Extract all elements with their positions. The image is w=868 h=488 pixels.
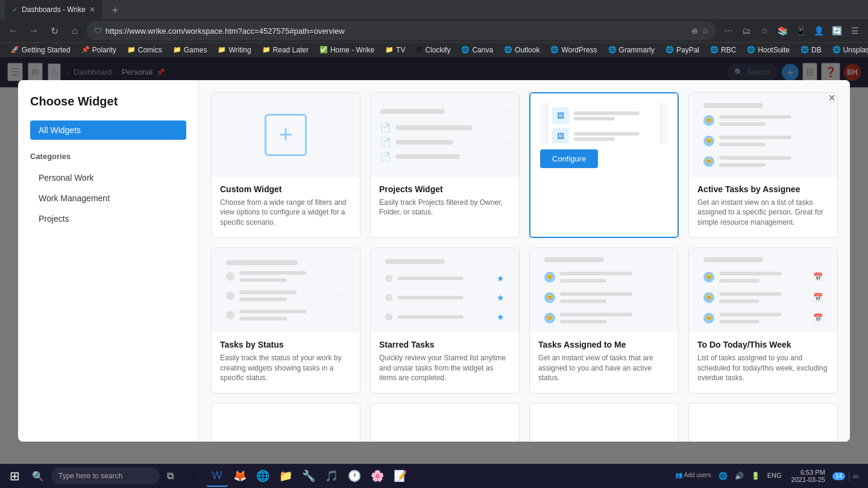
taskbar-app-unknown3[interactable]: 🕐	[344, 465, 365, 487]
tray-volume-icon[interactable]: 🔊	[732, 471, 746, 481]
bookmark-grammarly[interactable]: 🌐 Grammarly	[603, 45, 659, 55]
browser-toolbar: ← → ↻ ⌂ 🛡 https://www.wrike.com/workspac…	[0, 19, 868, 42]
tasks-status-header	[226, 260, 298, 265]
bookmark-writing[interactable]: 📁 Writing	[213, 45, 256, 55]
modal-close-button[interactable]: ×	[823, 90, 840, 107]
task-lines-1	[239, 271, 335, 282]
bookmark-icon[interactable]: ☆	[702, 27, 709, 36]
bookmark-canva[interactable]: 🌐 Canva	[456, 45, 498, 55]
bookmark-unsplash[interactable]: 🌐 Unsplash	[828, 45, 868, 55]
address-bar[interactable]: 🛡 https://www.wrike.com/workspace.htm?ac…	[87, 21, 716, 40]
responsive-icon[interactable]: 📱	[792, 22, 809, 39]
taskbar-app-unknown1[interactable]: 🔧	[298, 465, 319, 487]
widget-card-files[interactable]: 🖼	[529, 92, 679, 238]
bookmark-tv[interactable]: 📁 TV	[380, 45, 410, 55]
bookmark-getting-started[interactable]: 🚀 Getting Started	[6, 45, 75, 55]
taskbar-search-button[interactable]: 🔍	[27, 468, 49, 484]
starred-name: Starred Tasks	[379, 340, 511, 349]
account-icon[interactable]: 👤	[810, 22, 827, 39]
active-tasks-preview: 😊 😊	[689, 93, 837, 177]
taskbar-app-word[interactable]: W	[206, 465, 228, 487]
browser-menu-button[interactable]: ☰	[846, 22, 863, 39]
widget-card-projects[interactable]: ⋯ 📄 ⋯ 📄	[370, 92, 520, 238]
bookmark-outlook[interactable]: 🌐 Outlook	[499, 45, 544, 55]
placeholder-card-4[interactable]	[688, 403, 838, 441]
assigned-me-info: Tasks Assigned to Me Get an instant view…	[530, 333, 678, 393]
bookmark-db[interactable]: 🌐 DB	[796, 45, 826, 55]
tab-close-button[interactable]: ✕	[89, 5, 95, 14]
home-button[interactable]: ⌂	[66, 22, 83, 39]
clock-area[interactable]: 6:53 PM 2021-03-25	[788, 468, 829, 484]
bookmark-comics[interactable]: 📁 Comics	[122, 45, 167, 55]
all-widgets-button[interactable]: All Widgets	[30, 120, 186, 140]
bookmark-read-later[interactable]: 📁 Read Later	[257, 45, 313, 55]
tray-battery-icon[interactable]: 🔋	[749, 471, 763, 481]
back-button[interactable]: ←	[5, 22, 22, 39]
browser-toolbar-icons: ⋯ 🗂 ☆ 📚 📱 👤 🔄 ☰	[720, 22, 863, 39]
bookmark-comics-icon: 📁	[127, 46, 136, 54]
taskbar-app-sticky[interactable]: 📝	[389, 465, 411, 487]
star-circle-3	[385, 313, 392, 321]
bookmarks-icon[interactable]: 📚	[774, 22, 791, 39]
bookmark-paypal[interactable]: 🌐 PayPal	[661, 45, 704, 55]
tray-network-icon[interactable]: 🌐	[716, 471, 730, 481]
todo-preview-area: 😊 📅 😊	[689, 248, 837, 333]
active-tasks-assignee-info: Active Tasks by Assignee Get an instant …	[689, 177, 837, 237]
widget-card-starred[interactable]: ★ ★	[370, 248, 520, 393]
widget-card-custom[interactable]: + Custom Widget Choose from a wide range…	[211, 92, 360, 238]
taskbar-app-firefox[interactable]: 🦊	[229, 465, 251, 487]
projects-lines-preview: ⋯ 📄 ⋯ 📄	[380, 108, 509, 161]
taskview-button[interactable]: ⧉	[162, 468, 178, 484]
notification-badge[interactable]: 14	[832, 472, 845, 480]
taskbar-app-unknown2[interactable]: 🎵	[321, 465, 342, 487]
tray-add-users[interactable]: 👥 Add users	[673, 471, 713, 481]
assignee-avatar-1: 😊	[703, 115, 714, 126]
tray-lang[interactable]: ENG	[765, 471, 784, 481]
active-tab[interactable]: ✓ Dashboards - Wrike ✕	[5, 0, 102, 19]
placeholder-card-2[interactable]	[370, 403, 520, 441]
todo-line-2b	[719, 299, 760, 303]
widget-card-assigned-me[interactable]: 😊 😊	[529, 248, 679, 393]
extensions-menu-button[interactable]: ⋯	[720, 22, 737, 39]
taskbar-app-unknown4[interactable]: 🌸	[366, 465, 388, 487]
refresh-button[interactable]: ↻	[46, 22, 63, 39]
sidebar-category-work-management[interactable]: Work Management	[30, 189, 186, 208]
custom-widget-name: Custom Widget	[220, 184, 351, 194]
bookmark-polarity[interactable]: 📌 Polarity	[77, 45, 121, 55]
sync-icon[interactable]: 🔄	[828, 22, 845, 39]
start-button[interactable]: ⊞	[5, 466, 25, 486]
widget-card-tasks-status[interactable]: ⋯ ⋯	[211, 248, 360, 393]
placeholder-card-1[interactable]	[211, 403, 360, 441]
pocket-icon[interactable]: 🗂	[738, 22, 755, 39]
new-tab-button[interactable]: ＋	[105, 0, 125, 19]
taskbar-app-cortana[interactable]: ○	[183, 465, 205, 487]
bookmark-home-wrike[interactable]: ✅ Home - Wrike	[315, 45, 379, 55]
sidebar-category-projects[interactable]: Projects	[30, 209, 186, 228]
bookmark-games[interactable]: 📁 Games	[168, 45, 212, 55]
placeholder-card-3[interactable]	[529, 403, 679, 441]
task-line-3a	[239, 310, 306, 313]
projects-menu: ⋯	[503, 108, 509, 114]
star-toolbar-icon[interactable]: ☆	[756, 22, 773, 39]
taskbar-app-chrome[interactable]: 🌐	[252, 465, 274, 487]
taskbar-search-box[interactable]: Type here to search	[51, 468, 160, 484]
modal-title: Choose Widget	[30, 95, 186, 108]
bookmark-wordpress[interactable]: 🌐 WordPress	[546, 45, 602, 55]
assigned-me-line-2b	[560, 299, 606, 303]
bookmark-rbc[interactable]: 🌐 RBC	[705, 45, 741, 55]
bookmark-hootsuite[interactable]: 🌐 HootSuite	[742, 45, 794, 55]
bookmark-paypal-label: PayPal	[676, 46, 699, 54]
widget-card-todo[interactable]: 😊 📅 😊	[688, 248, 838, 393]
sidebar-category-personal-work[interactable]: Personal Work	[30, 168, 186, 187]
forward-button[interactable]: →	[25, 22, 42, 39]
bookmark-grammarly-label: Grammarly	[619, 46, 655, 54]
todo-name: To Do Today/This Week	[697, 340, 829, 349]
bookmark-outlook-icon: 🌐	[504, 46, 512, 54]
configure-button[interactable]: Configure	[540, 149, 598, 168]
show-desktop-button[interactable]: ▭	[849, 471, 863, 482]
widget-card-active-tasks-assignee[interactable]: 😊 😊	[688, 92, 838, 238]
bookmark-clockify[interactable]: ⏱ Clockify	[411, 45, 455, 55]
app-container: ☰ ✉ ⌂ › Dashboard › Personal 📌 🔍 Search …	[0, 57, 868, 464]
doc-icon-3: 📄	[380, 152, 391, 161]
taskbar-app-explorer[interactable]: 📁	[275, 465, 297, 487]
